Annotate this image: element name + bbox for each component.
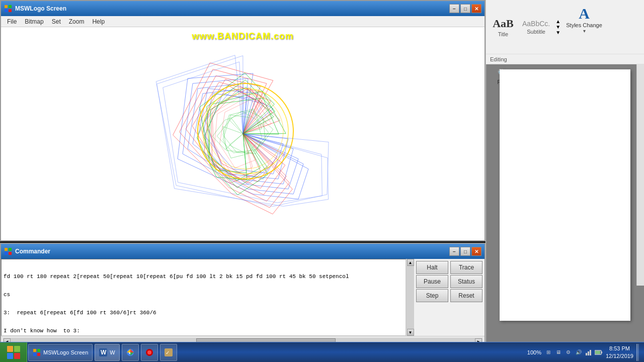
taskbar-app-msw[interactable]: MSWLogo Screen (28, 344, 93, 361)
pause-button[interactable]: Pause (416, 275, 448, 288)
tray-icon-battery[interactable] (595, 348, 603, 356)
commander-minimize-btn[interactable]: − (449, 247, 459, 256)
bandicam-watermark: www.BANDICAM.com (192, 31, 293, 42)
commander-close-btn[interactable]: ✕ (471, 247, 481, 256)
style-subtitle-label: Subtitle (527, 29, 545, 35)
taskbar-word-label: W (110, 349, 115, 355)
style-item-subtitle[interactable]: AaBbCc. Subtitle (518, 2, 554, 52)
commander-restore-btn[interactable]: □ (460, 247, 470, 256)
word-page (500, 69, 630, 321)
svg-rect-32 (601, 351, 602, 353)
taskbar-app-chrome[interactable] (122, 344, 139, 361)
styles-scroll-down[interactable]: ▼ (555, 24, 560, 30)
svg-text:✓: ✓ (166, 350, 170, 355)
svg-rect-3 (9, 9, 12, 12)
styles-scroll[interactable]: ▲ ▼ ▼ (554, 2, 562, 52)
scroll-up-btn[interactable]: ▲ (407, 259, 414, 266)
cmd-line-2: cs (4, 292, 404, 298)
scroll-track[interactable] (407, 266, 414, 329)
msw-window-title: MSWLogo Screen (15, 5, 66, 12)
svg-point-24 (147, 350, 151, 354)
commander-buttons: Halt Trace Pause Status Step Reset (414, 259, 485, 336)
taskbar-msw-icon (33, 348, 41, 356)
msw-canvas: www.BANDICAM.com /* SVG drawn inline bel… (1, 27, 485, 240)
msw-window-controls: − □ ✕ (449, 4, 481, 13)
svg-rect-9 (5, 252, 8, 255)
commander-title-icon (4, 247, 12, 255)
editing-section-label: Editing (490, 56, 507, 62)
commander-titlebar: Commander − □ ✕ (1, 244, 485, 259)
taskbar-extra-icon: ✓ (165, 348, 173, 356)
taskbar-app-record[interactable] (141, 344, 158, 361)
svg-rect-7 (5, 248, 8, 251)
show-desktop-btn[interactable] (636, 344, 639, 361)
taskbar-clock[interactable]: 8:53 PM 12/12/2019 (606, 345, 633, 359)
svg-text:W: W (101, 349, 107, 356)
msw-logo-window: MSWLogo Screen − □ ✕ File Bitmap Set Zoo… (0, 0, 486, 241)
taskbar-app-extra[interactable]: ✓ (160, 344, 177, 361)
menu-file[interactable]: File (3, 17, 21, 26)
reset-button[interactable]: Reset (450, 289, 482, 302)
commander-main: fd 100 rt 180 repeat 2[repeat 50[repeat … (1, 259, 485, 336)
word-doc-area (486, 64, 644, 342)
change-styles-sublabel: ▾ (583, 28, 586, 34)
svg-rect-10 (9, 252, 12, 255)
menu-zoom[interactable]: Zoom (65, 17, 89, 26)
change-styles-icon: A (579, 5, 590, 22)
menu-help[interactable]: Help (88, 17, 109, 26)
tray-icon-1[interactable]: ⊞ (544, 348, 552, 356)
commander-window-controls: − □ ✕ (449, 247, 481, 256)
styles-scroll-up[interactable]: ▲ (555, 19, 560, 24)
msw-titlebar: MSWLogo Screen − □ ✕ (1, 1, 485, 16)
cmd-line-4: I don't know how to 3: (4, 328, 404, 334)
msw-close-btn[interactable]: ✕ (471, 4, 481, 13)
msw-menubar: File Bitmap Set Zoom Help (1, 16, 485, 27)
scroll-down-btn[interactable]: ▼ (407, 329, 414, 336)
step-button[interactable]: Step (416, 289, 448, 302)
styles-expand[interactable]: ▼ (555, 30, 560, 35)
tray-icon-volume[interactable]: 🔊 (575, 348, 583, 356)
tray-icon-3[interactable]: ⚙ (565, 348, 573, 356)
style-title-label: Title (498, 31, 508, 37)
taskbar-time: 8:53 PM (606, 345, 633, 352)
svg-rect-31 (595, 351, 600, 354)
status-button[interactable]: Status (450, 275, 482, 288)
style-title-sample: AaB (493, 17, 514, 30)
ribbon-styles-row: AaB Title AaBbCc. Subtitle ▲ ▼ ▼ A Style… (486, 0, 644, 54)
ribbon-top: AaB Title AaBbCc. Subtitle ▲ ▼ ▼ A Style… (486, 0, 644, 64)
cmd-line-3: 3: repeat 6[repeat 6[fd 100 rt 360/6]rt … (4, 310, 404, 316)
tray-icon-2[interactable]: 🖥 (554, 348, 562, 356)
trace-button[interactable]: Trace (450, 261, 482, 274)
tray-icon-network[interactable] (585, 348, 593, 356)
commander-window-title: Commander (15, 248, 50, 255)
start-button[interactable] (0, 342, 27, 363)
word-ribbon-panel: AaB Title AaBbCc. Subtitle ▲ ▼ ▼ A Style… (486, 0, 644, 342)
cmd-btn-row-3: Step Reset (416, 289, 482, 302)
msw-title-icon (4, 5, 12, 13)
menu-bitmap[interactable]: Bitmap (21, 17, 47, 26)
svg-rect-2 (5, 9, 8, 12)
taskbar-right: 100% ⊞ 🖥 ⚙ 🔊 (522, 344, 644, 361)
cmd-line-1: fd 100 rt 180 repeat 2[repeat 50[repeat … (4, 274, 404, 280)
word-scrollbar[interactable] (636, 64, 644, 286)
svg-rect-11 (7, 346, 13, 352)
style-item-title[interactable]: AaB Title (488, 2, 518, 52)
change-styles-label: Styles Change (566, 22, 602, 28)
change-styles-button[interactable]: A Styles Change ▾ (562, 2, 606, 52)
svg-rect-12 (14, 346, 20, 352)
svg-rect-8 (9, 248, 12, 251)
msw-maximize-btn[interactable]: □ (460, 4, 470, 13)
taskbar-app-word[interactable]: W W (95, 344, 119, 361)
taskbar-date: 12/12/2019 (606, 352, 633, 359)
msw-minimize-btn[interactable]: − (449, 4, 459, 13)
taskbar: MSWLogo Screen W W (0, 342, 644, 362)
svg-rect-15 (33, 349, 36, 352)
commander-text-area[interactable]: fd 100 rt 180 repeat 2[repeat 50[repeat … (1, 259, 406, 336)
halt-button[interactable]: Halt (416, 261, 448, 274)
svg-rect-27 (586, 353, 587, 355)
cmd-btn-row-2: Pause Status (416, 275, 482, 288)
svg-rect-29 (590, 350, 591, 355)
commander-scrollbar-v[interactable]: ▲ ▼ (406, 259, 414, 336)
menu-set[interactable]: Set (48, 17, 65, 26)
taskbar-chrome-icon (126, 348, 134, 356)
